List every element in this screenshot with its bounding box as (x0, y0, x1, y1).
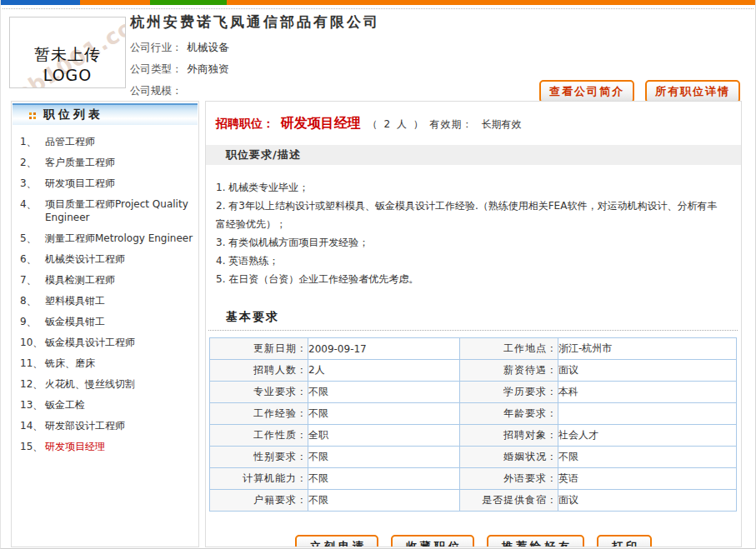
field-label: 计算机能力： (210, 468, 308, 490)
job-list-item[interactable]: 1、 品管工程师 (20, 135, 193, 148)
header-button[interactable]: 查看公司简介 (539, 80, 634, 103)
header-button[interactable]: 所有职位详情 (645, 80, 740, 103)
job-item-label: 品管工程师 (45, 135, 193, 148)
company-fields: 公司行业：机械设备 公司类型：外商独资 公司规模： (130, 37, 229, 102)
page: job1001.com 暂未上传LOGO 杭州安费诺飞凤通信部品有限公司 公司行… (0, 0, 756, 549)
table-row: 专业要求： 不限 学历要求： 本科 (210, 382, 737, 403)
table-row: 招聘人数： 2人 薪资待遇： 面议 (210, 360, 737, 382)
job-item-number: 6、 (20, 252, 45, 266)
job-list-item[interactable]: 4、 项目质量工程师Project Quality Engineer (20, 197, 193, 224)
field-label: 性别要求： (210, 447, 308, 468)
field-label: 学历要求： (460, 382, 558, 403)
company-name: 杭州安费诺飞凤通信部品有限公司 (130, 12, 380, 32)
job-list-item[interactable]: 2、 客户质量工程师 (20, 156, 193, 169)
job-item-number: 3、 (20, 177, 45, 190)
job-description-line: 5. 在日资（台资）企业工作经验者优先考虑。 (216, 270, 726, 288)
job-list-item[interactable]: 11、 铣床、磨床 (20, 357, 193, 370)
field-value: 浙江-杭州市 (558, 338, 737, 360)
field-value: 不限 (308, 468, 460, 490)
table-row: 工作经验： 不限 年龄要求： (210, 403, 737, 425)
content: 职位列表 1、 品管工程师 2、 客户质量工程师 3、 (1, 101, 755, 547)
job-item-label: 钣金模具设计工程师 (45, 336, 193, 349)
company-header: job1001.com 暂未上传LOGO 杭州安费诺飞凤通信部品有限公司 公司行… (1, 9, 755, 101)
job-item-number: 15、 (20, 440, 45, 453)
field-label: 婚姻状况： (460, 447, 558, 468)
job-list-item[interactable]: 14、 研发部设计工程师 (20, 419, 193, 432)
job-list-sidebar: 职位列表 1、 品管工程师 2、 客户质量工程师 3、 (11, 101, 199, 547)
job-item-number: 13、 (20, 398, 45, 412)
table-row: 计算机能力： 不限 外语要求： 英语 (210, 468, 737, 490)
job-list-item[interactable]: 8、 塑料模具钳工 (20, 294, 193, 307)
action-buttons: 立刻申请 收藏职位 推荐给好友 打印 (206, 535, 741, 547)
job-item-label: 测量工程师Metrology Engineer (45, 232, 193, 245)
field-label: 薪资待遇： (460, 360, 558, 382)
field-label: 工作经验： (210, 403, 308, 425)
field-value: 不限 (308, 490, 460, 512)
job-item-number: 11、 (20, 357, 45, 370)
top-color-bar (1, 0, 755, 5)
header-buttons: 查看公司简介 所有职位详情 (539, 80, 740, 103)
table-row: 更新日期： 2009-09-17 工作地点： 浙江-杭州市 (210, 338, 737, 360)
field-value: 不限 (308, 382, 460, 403)
action-button[interactable]: 收藏职位 (391, 535, 474, 547)
job-item-number: 4、 (20, 197, 45, 224)
job-item-label: 塑料模具钳工 (45, 294, 193, 307)
field-value: 全职 (308, 425, 460, 447)
job-item-label: 研发部设计工程师 (45, 419, 193, 432)
description-section-header: 职位要求/描述 (206, 145, 741, 165)
job-description: 1. 机械类专业毕业； 2. 有3年以上结构设计或塑料模具、钣金模具设计工作经验… (216, 178, 726, 288)
field-value: 2人 (308, 360, 460, 382)
job-list: 1、 品管工程师 2、 客户质量工程师 3、 研发项目工程师 4、 (12, 125, 198, 453)
job-item-number: 5、 (20, 232, 45, 245)
logo-placeholder-text: 暂未上传LOGO (10, 44, 125, 84)
field-value: 2009-09-17 (308, 338, 460, 360)
job-list-item[interactable]: 3、 研发项目工程师 (20, 177, 193, 190)
field-label: 更新日期： (210, 338, 308, 360)
job-list-item[interactable]: 9、 钣金模具钳工 (20, 315, 193, 328)
job-list-item[interactable]: 13、 钣金工检 (20, 398, 193, 412)
job-list-item[interactable]: 7、 模具检测工程师 (20, 273, 193, 287)
job-item-label: 钣金工检 (45, 398, 193, 412)
field-label: 外语要求： (460, 468, 558, 490)
job-item-label: 模具检测工程师 (45, 273, 193, 287)
company-field: 公司行业：机械设备 (130, 37, 229, 58)
action-button[interactable]: 推荐给好友 (487, 535, 584, 547)
field-label: 招聘人数： (210, 360, 308, 382)
job-list-item[interactable]: 10、 钣金模具设计工程师 (20, 336, 193, 349)
field-label: 户籍要求： (210, 490, 308, 512)
job-item-number: 10、 (20, 336, 45, 349)
job-item-label: 铣床、磨床 (45, 357, 193, 370)
field-value: 不限 (308, 403, 460, 425)
field-label: 招聘对象： (460, 425, 558, 447)
company-field-value: 机械设备 (188, 41, 229, 53)
job-description-line: 1. 机械类专业毕业； (216, 178, 726, 197)
action-button[interactable]: 打印 (597, 535, 652, 547)
job-list-item[interactable]: 12、 火花机、慢丝线切割 (20, 377, 193, 391)
job-list-item[interactable]: 15、 研发项目经理 (20, 440, 193, 453)
basic-requirements-title: 基本要求 (226, 310, 741, 325)
topbar-blue-segment (1, 0, 80, 5)
job-item-label: 项目质量工程师Project Quality Engineer (45, 197, 193, 224)
field-label: 专业要求： (210, 382, 308, 403)
validity-label: 有效期： (430, 118, 473, 130)
job-item-label: 研发项目工程师 (45, 177, 193, 190)
field-value: 不限 (308, 447, 460, 468)
job-item-number: 8、 (20, 294, 45, 307)
sidebar-title: 职位列表 (43, 107, 103, 122)
company-field-label: 公司规模： (130, 84, 183, 97)
action-button[interactable]: 立刻申请 (295, 535, 378, 547)
job-item-label: 钣金模具钳工 (45, 315, 193, 328)
job-item-number: 9、 (20, 315, 45, 328)
job-item-label: 机械类设计工程师 (45, 252, 193, 266)
job-list-item[interactable]: 5、 测量工程师Metrology Engineer (20, 232, 193, 245)
field-value: 不限 (558, 447, 737, 468)
job-header-label: 招聘职位： (216, 117, 274, 130)
job-header-line: 招聘职位： 研发项目经理 （ 2 人 ） 有效期： 长期有效 (216, 115, 741, 132)
job-detail-panel: 招聘职位： 研发项目经理 （ 2 人 ） 有效期： 长期有效 职位要求/描述 1… (205, 101, 742, 547)
job-item-number: 2、 (20, 156, 45, 169)
topbar-green-segment (150, 0, 227, 5)
job-item-number: 7、 (20, 273, 45, 287)
company-field-label: 公司行业： (130, 41, 183, 53)
job-list-item[interactable]: 6、 机械类设计工程师 (20, 252, 193, 266)
job-description-line: 4. 英语熟练； (216, 252, 726, 270)
